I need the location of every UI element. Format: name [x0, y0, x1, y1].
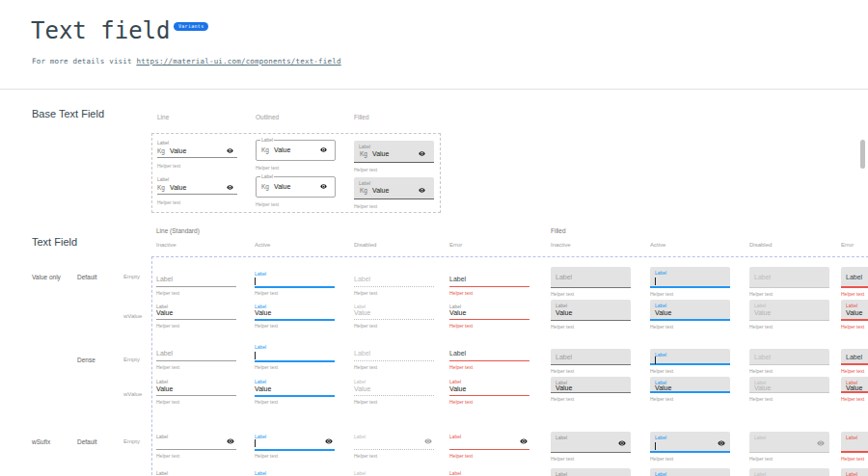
text-field[interactable]: LabelHelper text	[354, 271, 434, 302]
text-field[interactable]: LabelValueHelper text	[354, 304, 434, 334]
field-underline	[255, 319, 335, 321]
text-field[interactable]: LabelValueHelper text	[841, 300, 868, 332]
eye-icon	[320, 146, 327, 153]
field-label: Label	[754, 471, 766, 476]
text-field[interactable]: LabelHelper text	[354, 434, 434, 464]
eye-icon	[520, 437, 528, 445]
text-field[interactable]: LabelHelper text	[749, 432, 829, 464]
text-field[interactable]: LabelValueHelper text	[449, 470, 529, 476]
text-field[interactable]: LabelValueHelper text	[650, 377, 730, 405]
text-field[interactable]: LabelValueHelper text	[551, 300, 631, 332]
text-field[interactable]: LabelValueHelper text	[255, 379, 335, 410]
field-value: Value	[372, 150, 389, 157]
text-field[interactable]: LabelHelper text	[449, 344, 529, 375]
text-field[interactable]: LabelHelper text	[841, 267, 868, 300]
text-field[interactable]: LabelHelper text	[650, 349, 730, 377]
field-label: Label	[157, 140, 169, 145]
text-field[interactable]: LabelHelper text	[449, 271, 529, 302]
text-field[interactable]: LabelHelper text	[255, 344, 335, 375]
text-field[interactable]: LabelHelper text	[551, 349, 631, 377]
field-label: Label	[846, 274, 862, 280]
helper-text: Helper text	[749, 368, 773, 374]
text-field[interactable]: LabelValueHelper text	[551, 377, 631, 405]
text-field[interactable]: LabelHelper text	[749, 267, 829, 300]
text-field[interactable]: LabelHelper text	[156, 434, 236, 464]
helper-text: Helper text	[551, 396, 574, 402]
base-section-heading: Base Text Field	[32, 108, 104, 119]
text-field[interactable]: LabelValueHelper text	[749, 468, 829, 476]
text-field[interactable]: LabelValueHelper text	[156, 379, 236, 410]
helper-text: Helper text	[157, 163, 180, 169]
text-field[interactable]: LabelValueHelper text	[551, 468, 631, 476]
helper-text: Helper text	[256, 201, 279, 207]
scrollbar-thumb[interactable]	[860, 140, 865, 169]
text-field[interactable]: LabelValueHelper text	[354, 379, 434, 410]
row-variant-label: Empty	[123, 274, 140, 279]
text-field[interactable]: LabelHelper text	[449, 434, 529, 464]
text-field[interactable]: LabelValueHelper text	[449, 379, 529, 410]
text-field[interactable]: LabelHelper text	[551, 267, 631, 300]
helper-text: Helper text	[449, 364, 473, 370]
text-field[interactable]: LabelValueHelper text	[354, 470, 434, 476]
field-underline	[449, 319, 529, 320]
text-field[interactable]: LabelKgValueHelper text	[256, 140, 336, 172]
helper-text: Helper text	[354, 203, 377, 209]
field-label: Label	[846, 435, 857, 440]
text-field[interactable]: LabelHelper text	[354, 344, 434, 375]
text-field[interactable]: LabelHelper text	[255, 434, 335, 464]
text-field[interactable]: LabelHelper text	[156, 344, 236, 375]
text-field[interactable]: LabelKgValueHelper text	[354, 140, 434, 172]
doc-link[interactable]: https://material-ui.com/components/text-…	[136, 57, 340, 66]
text-field[interactable]: LabelValueHelper text	[255, 304, 335, 334]
helper-text: Helper text	[156, 399, 179, 405]
field-cursor	[255, 278, 256, 285]
text-field[interactable]: LabelValueHelper text	[449, 304, 529, 334]
text-field[interactable]: LabelKgValueHelper text	[157, 140, 237, 172]
field-cursor	[655, 442, 656, 450]
field-label: Label	[754, 354, 771, 360]
text-field[interactable]: LabelHelper text	[650, 267, 730, 300]
row-variant-label: wValue	[123, 313, 142, 319]
text-field[interactable]: LabelKgValueHelper text	[256, 176, 336, 209]
field-underline	[449, 360, 529, 361]
field-label: Label	[260, 137, 274, 143]
field-label: Label	[846, 303, 857, 308]
text-field[interactable]: LabelHelper text	[255, 271, 335, 302]
field-label: Label	[449, 379, 461, 384]
text-field[interactable]: LabelValueHelper text	[749, 377, 829, 405]
eye-icon	[227, 184, 233, 191]
text-field[interactable]: LabelValueHelper text	[255, 470, 335, 476]
text-field[interactable]: LabelKgValueHelper text	[157, 176, 237, 209]
text-field[interactable]: LabelHelper text	[551, 432, 631, 464]
row-variant-label: Empty	[123, 438, 140, 444]
text-field[interactable]: LabelValueHelper text	[650, 300, 730, 332]
helper-text: Helper text	[354, 290, 377, 296]
text-field[interactable]: LabelValueHelper text	[156, 304, 236, 334]
text-field[interactable]: LabelKgValueHelper text	[354, 176, 434, 209]
field-label: Label	[255, 271, 266, 277]
text-field[interactable]: LabelHelper text	[841, 349, 868, 377]
field-value: Value	[156, 309, 173, 316]
text-field[interactable]: LabelHelper text	[650, 432, 730, 464]
field-value: Value	[449, 309, 466, 316]
text-field[interactable]: LabelHelper text	[156, 271, 236, 302]
field-label: Label	[156, 350, 173, 357]
text-field[interactable]: LabelHelper text	[841, 432, 868, 464]
text-field[interactable]: LabelValueHelper text	[841, 377, 868, 405]
field-underline	[449, 449, 529, 450]
text-field[interactable]: LabelValueHelper text	[749, 300, 829, 332]
field-label: Label	[156, 434, 168, 439]
text-field[interactable]: LabelHelper text	[749, 349, 829, 377]
field-label: Label	[556, 354, 572, 360]
field-underline	[354, 286, 434, 287]
field-value: Value	[354, 385, 370, 392]
text-field[interactable]: LabelValueHelper text	[156, 470, 236, 476]
row-group-label: wSufix	[32, 438, 50, 445]
eye-icon	[419, 187, 425, 194]
text-field[interactable]: LabelValueHelper text	[650, 468, 730, 476]
design-canvas: Text field Variants For more details vis…	[0, 0, 868, 476]
field-cursor	[255, 352, 256, 359]
text-field[interactable]: LabelValueHelper text	[841, 468, 868, 476]
field-underline	[156, 360, 236, 361]
helper-text: Helper text	[841, 324, 864, 330]
